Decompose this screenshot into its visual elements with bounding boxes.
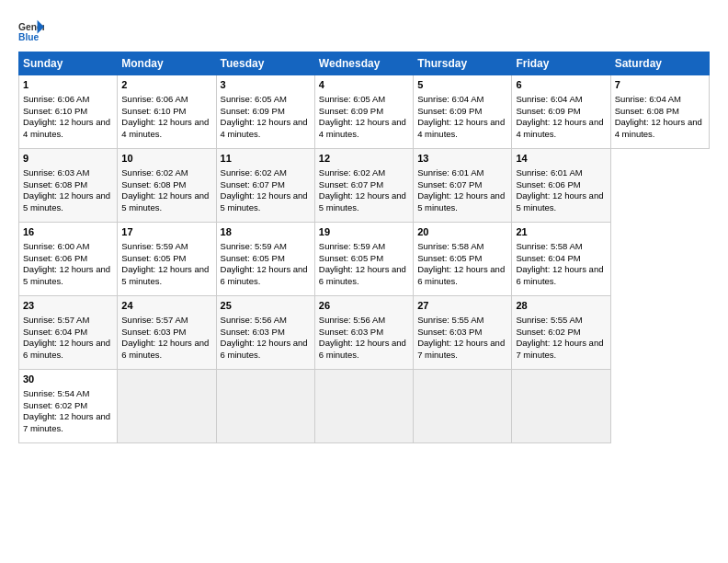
daylight-label: Daylight: 12 hours and 5 minutes. — [23, 190, 110, 213]
sunset-label: Sunset: 6:08 PM — [121, 179, 186, 190]
sunrise-label: Sunrise: 5:59 AM — [121, 241, 188, 251]
daylight-label: Daylight: 12 hours and 4 minutes. — [615, 117, 702, 139]
sunrise-label: Sunrise: 6:04 AM — [615, 94, 681, 104]
calendar-cell: 18 Sunrise: 5:59 AM Sunset: 6:05 PM Dayl… — [216, 223, 314, 296]
daylight-label: Daylight: 12 hours and 6 minutes. — [121, 338, 209, 360]
daylight-label: Daylight: 12 hours and 5 minutes. — [121, 190, 209, 213]
calendar-table: SundayMondayTuesdayWednesdayThursdayFrid… — [18, 52, 710, 443]
day-number: 7 — [615, 78, 705, 92]
daylight-label: Daylight: 12 hours and 4 minutes. — [417, 117, 505, 139]
day-number: 4 — [319, 78, 409, 92]
day-number: 21 — [516, 225, 606, 239]
calendar-cell: 30 Sunrise: 5:54 AM Sunset: 6:02 PM Dayl… — [19, 370, 118, 443]
day-number: 6 — [516, 78, 606, 92]
day-number: 13 — [417, 152, 507, 166]
daylight-label: Daylight: 12 hours and 6 minutes. — [319, 338, 406, 360]
sunset-label: Sunset: 6:09 PM — [319, 106, 383, 116]
sunrise-label: Sunrise: 5:54 AM — [23, 388, 89, 398]
calendar-cell: 1 Sunrise: 6:06 AM Sunset: 6:10 PM Dayli… — [19, 75, 118, 149]
sunset-label: Sunset: 6:03 PM — [221, 327, 285, 337]
daylight-label: Daylight: 12 hours and 5 minutes. — [23, 264, 110, 286]
day-number: 10 — [121, 152, 211, 166]
daylight-label: Daylight: 12 hours and 4 minutes. — [319, 117, 406, 139]
sunset-label: Sunset: 6:03 PM — [319, 327, 383, 337]
day-number: 14 — [516, 152, 606, 166]
calendar-cell: 27 Sunrise: 5:55 AM Sunset: 6:03 PM Dayl… — [414, 296, 512, 370]
daylight-label: Daylight: 12 hours and 6 minutes. — [23, 338, 110, 360]
daylight-label: Daylight: 12 hours and 4 minutes. — [121, 117, 209, 139]
calendar-cell — [512, 370, 610, 443]
calendar-cell: 14 Sunrise: 6:01 AM Sunset: 6:06 PM Dayl… — [512, 149, 610, 223]
sunrise-label: Sunrise: 5:55 AM — [417, 315, 483, 325]
sunrise-label: Sunrise: 6:02 AM — [319, 167, 385, 178]
calendar-cell: 28 Sunrise: 5:55 AM Sunset: 6:02 PM Dayl… — [512, 296, 610, 370]
sunset-label: Sunset: 6:08 PM — [615, 106, 679, 116]
weekday-header-wednesday: Wednesday — [314, 52, 413, 75]
sunrise-label: Sunrise: 6:01 AM — [516, 167, 582, 178]
sunrise-label: Sunrise: 6:00 AM — [23, 241, 89, 251]
daylight-label: Daylight: 12 hours and 6 minutes. — [221, 338, 308, 360]
sunrise-label: Sunrise: 6:01 AM — [417, 167, 483, 178]
calendar-week-row: 30 Sunrise: 5:54 AM Sunset: 6:02 PM Dayl… — [19, 370, 710, 443]
calendar-cell: 6 Sunrise: 6:04 AM Sunset: 6:09 PM Dayli… — [512, 75, 610, 149]
calendar-cell: 13 Sunrise: 6:01 AM Sunset: 6:07 PM Dayl… — [414, 149, 512, 223]
day-number: 19 — [319, 225, 409, 239]
day-number: 18 — [221, 225, 311, 239]
daylight-label: Daylight: 12 hours and 7 minutes. — [23, 411, 110, 433]
sunrise-label: Sunrise: 5:56 AM — [221, 315, 287, 325]
sunrise-label: Sunrise: 6:05 AM — [319, 94, 385, 104]
calendar-cell: 20 Sunrise: 5:58 AM Sunset: 6:05 PM Dayl… — [414, 223, 512, 296]
calendar-cell: 24 Sunrise: 5:57 AM Sunset: 6:03 PM Dayl… — [118, 296, 216, 370]
calendar-cell: 3 Sunrise: 6:05 AM Sunset: 6:09 PM Dayli… — [216, 75, 314, 149]
calendar-cell — [118, 370, 216, 443]
sunrise-label: Sunrise: 5:57 AM — [23, 315, 89, 325]
sunset-label: Sunset: 6:04 PM — [23, 327, 87, 337]
sunrise-label: Sunrise: 6:04 AM — [417, 94, 483, 104]
sunset-label: Sunset: 6:04 PM — [516, 253, 580, 263]
weekday-header-tuesday: Tuesday — [216, 52, 314, 75]
calendar-cell: 19 Sunrise: 5:59 AM Sunset: 6:05 PM Dayl… — [314, 223, 413, 296]
calendar-cell: 11 Sunrise: 6:02 AM Sunset: 6:07 PM Dayl… — [216, 149, 314, 223]
daylight-label: Daylight: 12 hours and 5 minutes. — [121, 264, 209, 286]
day-number: 25 — [221, 299, 311, 313]
daylight-label: Daylight: 12 hours and 5 minutes. — [319, 190, 406, 213]
sunrise-label: Sunrise: 5:57 AM — [121, 315, 188, 325]
day-number: 1 — [23, 78, 113, 92]
daylight-label: Daylight: 12 hours and 4 minutes. — [23, 117, 110, 139]
daylight-label: Daylight: 12 hours and 7 minutes. — [516, 338, 603, 360]
sunset-label: Sunset: 6:09 PM — [516, 106, 580, 116]
sunrise-label: Sunrise: 6:06 AM — [121, 94, 188, 104]
calendar-cell: 7 Sunrise: 6:04 AM Sunset: 6:08 PM Dayli… — [610, 75, 709, 149]
weekday-header-saturday: Saturday — [610, 52, 709, 75]
weekday-header-sunday: Sunday — [19, 52, 118, 75]
daylight-label: Daylight: 12 hours and 4 minutes. — [221, 117, 308, 139]
calendar-cell: 5 Sunrise: 6:04 AM Sunset: 6:09 PM Dayli… — [414, 75, 512, 149]
daylight-label: Daylight: 12 hours and 5 minutes. — [221, 190, 308, 213]
day-number: 30 — [23, 373, 113, 386]
daylight-label: Daylight: 12 hours and 7 minutes. — [417, 338, 505, 360]
sunrise-label: Sunrise: 5:58 AM — [516, 241, 582, 251]
sunset-label: Sunset: 6:05 PM — [417, 253, 482, 263]
sunset-label: Sunset: 6:06 PM — [516, 179, 580, 190]
calendar-week-row: 9 Sunrise: 6:03 AM Sunset: 6:08 PM Dayli… — [19, 149, 710, 223]
day-number: 20 — [417, 225, 507, 239]
weekday-header-friday: Friday — [512, 52, 610, 75]
daylight-label: Daylight: 12 hours and 6 minutes. — [417, 264, 505, 286]
day-number: 5 — [417, 78, 507, 92]
daylight-label: Daylight: 12 hours and 6 minutes. — [319, 264, 406, 286]
calendar-header-row: SundayMondayTuesdayWednesdayThursdayFrid… — [19, 52, 710, 75]
logo: General Blue — [18, 18, 44, 44]
day-number: 28 — [516, 299, 606, 313]
sunrise-label: Sunrise: 5:59 AM — [319, 241, 385, 251]
daylight-label: Daylight: 12 hours and 4 minutes. — [516, 117, 603, 139]
calendar-cell: 9 Sunrise: 6:03 AM Sunset: 6:08 PM Dayli… — [19, 149, 118, 223]
generalblue-logo-icon: General Blue — [18, 18, 44, 44]
sunset-label: Sunset: 6:09 PM — [417, 106, 482, 116]
calendar-cell: 12 Sunrise: 6:02 AM Sunset: 6:07 PM Dayl… — [314, 149, 413, 223]
sunrise-label: Sunrise: 5:59 AM — [221, 241, 287, 251]
calendar-cell: 26 Sunrise: 5:56 AM Sunset: 6:03 PM Dayl… — [314, 296, 413, 370]
sunset-label: Sunset: 6:05 PM — [121, 253, 186, 263]
sunset-label: Sunset: 6:02 PM — [23, 400, 87, 410]
calendar-cell: 4 Sunrise: 6:05 AM Sunset: 6:09 PM Dayli… — [314, 75, 413, 149]
sunset-label: Sunset: 6:05 PM — [319, 253, 383, 263]
